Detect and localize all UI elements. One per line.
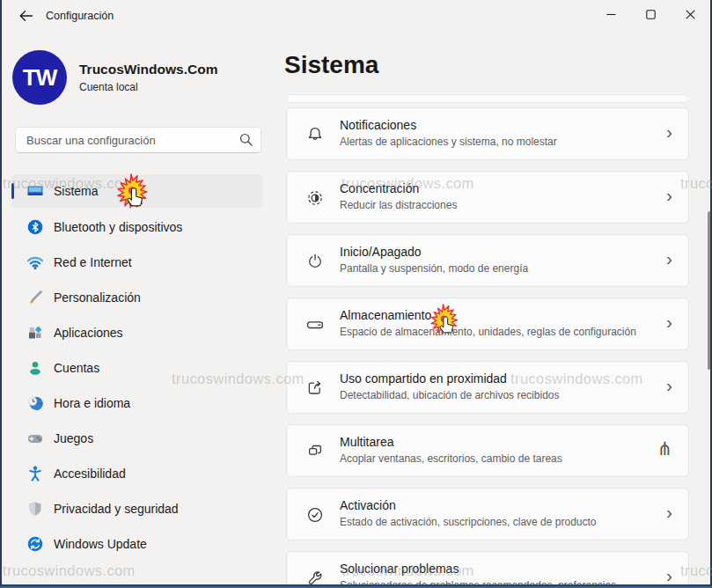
card-solucionar-problemas[interactable]: Solucionar problemas Solucionadores de p… — [286, 551, 689, 588]
wifi-icon — [26, 254, 44, 271]
sidebar-item-label: Cuentas — [54, 361, 99, 375]
profile-name: TrucosWindows.Com — [79, 62, 217, 77]
person-icon — [26, 359, 44, 377]
clock-globe-icon — [26, 394, 44, 412]
chevron-right-icon: › — [666, 185, 672, 206]
selection-indicator — [11, 183, 14, 199]
card-activacion[interactable]: Activación Estado de activación, suscrip… — [286, 488, 689, 540]
minimize-button[interactable] — [591, 0, 631, 29]
multitask-icon — [305, 441, 326, 462]
chevron-right-icon: › — [666, 375, 672, 396]
card-title: Inicio/Apagado — [340, 245, 422, 259]
maximize-icon — [646, 10, 656, 19]
chevron-right-icon: ⋔ — [657, 438, 672, 459]
sidebar-item-personalizacion[interactable]: Personalización — [11, 280, 263, 315]
card-uso-compartido[interactable]: Uso compartido en proximidad Detectabili… — [286, 361, 689, 414]
maximize-button[interactable] — [631, 0, 671, 29]
chevron-right-icon: › — [666, 502, 672, 523]
shield-icon — [26, 500, 44, 518]
card-title: Multitarea — [340, 435, 393, 449]
card-almacenamiento[interactable]: Almacenamiento Espacio de almacenamiento… — [286, 298, 689, 350]
sidebar-item-label: Personalización — [54, 290, 141, 305]
sidebar-item-windows-update[interactable]: Windows Update — [11, 526, 263, 562]
sidebar-item-label: Sistema — [54, 184, 99, 198]
checkmark-circle-icon — [305, 504, 326, 526]
bluetooth-icon — [26, 218, 44, 236]
search-input[interactable] — [15, 127, 261, 153]
sidebar-item-cuentas[interactable]: Cuentas — [11, 350, 263, 386]
sidebar-item-label: Juegos — [54, 431, 93, 445]
search-box — [15, 127, 261, 153]
back-arrow-icon — [18, 9, 33, 23]
card-subtitle: Acoplar ventanas, escritorios, cambio de… — [340, 452, 562, 465]
sidebar-item-privacidad[interactable]: Privacidad y seguridad — [11, 491, 263, 526]
card-subtitle: Espacio de almacenamiento, unidades, reg… — [340, 326, 636, 338]
gamepad-icon — [26, 430, 44, 447]
titlebar: Configuración — [2, 0, 710, 32]
sidebar-item-sistema[interactable]: Sistema — [11, 174, 263, 208]
sidebar-item-juegos[interactable]: Juegos — [11, 421, 263, 456]
window-border-bottom — [0, 584, 712, 588]
display-icon — [26, 182, 44, 200]
card-inicio-apagado[interactable]: Inicio/Apagado Pantalla y suspensión, mo… — [286, 234, 689, 287]
chevron-right-icon: › — [666, 312, 672, 333]
share-icon — [305, 378, 326, 399]
sidebar-item-label: Aplicaciones — [54, 326, 123, 340]
chevron-right-icon: › — [666, 248, 672, 269]
window-controls — [591, 0, 710, 29]
card-notificaciones[interactable]: Notificaciones Alertas de aplicaciones y… — [286, 107, 689, 160]
card-title: Uso compartido en proximidad — [340, 371, 507, 386]
sidebar-item-label: Hora e idioma — [54, 396, 130, 410]
avatar: TW — [12, 50, 67, 105]
card-concentracion[interactable]: Concentración Reducir las distracciones … — [286, 171, 689, 224]
storage-icon — [305, 314, 326, 335]
page-title: Sistema — [284, 51, 378, 79]
sidebar-item-hora[interactable]: Hora e idioma — [11, 386, 263, 421]
card-title: Solucionar problemas — [340, 562, 459, 576]
card-subtitle: Pantalla y suspensión, modo de energía — [340, 262, 528, 275]
sidebar-item-aplicaciones[interactable]: Aplicaciones — [11, 315, 263, 350]
chevron-right-icon: › — [666, 121, 672, 143]
sidebar-item-label: Accesibilidad — [54, 467, 126, 481]
apps-icon — [26, 324, 44, 342]
card-subtitle: Alertas de aplicaciones y sistema, no mo… — [340, 136, 557, 148]
brush-icon — [26, 289, 44, 306]
close-button[interactable] — [671, 0, 710, 29]
card-title: Almacenamiento — [340, 308, 431, 322]
card-multitarea[interactable]: Multitarea Acoplar ventanas, escritorios… — [286, 424, 689, 477]
sidebar-item-label: Privacidad y seguridad — [54, 502, 179, 516]
sidebar-item-red[interactable]: Red e Internet — [11, 245, 263, 280]
chevron-right-icon: › — [666, 565, 672, 586]
card-subtitle: Detectabilidad, ubicación de archivos re… — [340, 389, 559, 401]
power-icon — [305, 251, 326, 272]
card-subtitle: Estado de activación, suscripciones, cla… — [340, 516, 597, 528]
bell-icon — [305, 124, 326, 145]
sidebar-item-bluetooth[interactable]: Bluetooth y dispositivos — [11, 209, 263, 245]
sidebar-item-label: Windows Update — [54, 537, 147, 551]
card-title: Activación — [340, 498, 396, 512]
partial-card[interactable] — [286, 94, 689, 103]
focus-icon — [305, 187, 326, 209]
card-subtitle: Reducir las distracciones — [340, 199, 457, 211]
app-title: Configuración — [46, 10, 114, 22]
account-type: Cuenta local — [79, 81, 138, 93]
settings-window: Configuración TW TrucosWindows.Com Cuent… — [0, 0, 712, 588]
card-title: Concentración — [340, 181, 419, 195]
card-title: Notificaciones — [340, 118, 416, 132]
window-border-left — [0, 0, 2, 588]
sidebar-nav: Sistema Bluetooth y dispositivos Red e I… — [11, 174, 263, 562]
minimize-icon — [606, 10, 616, 19]
close-icon — [686, 10, 695, 19]
search-icon[interactable] — [239, 133, 253, 146]
accessibility-icon — [26, 465, 44, 482]
sidebar-item-label: Bluetooth y dispositivos — [54, 220, 182, 234]
watermark: trucoswindows.com — [3, 562, 136, 579]
update-icon — [26, 535, 44, 553]
sidebar-item-accesibilidad[interactable]: Accesibilidad — [11, 456, 263, 491]
back-button[interactable] — [14, 5, 37, 26]
sidebar-item-label: Red e Internet — [54, 255, 132, 269]
